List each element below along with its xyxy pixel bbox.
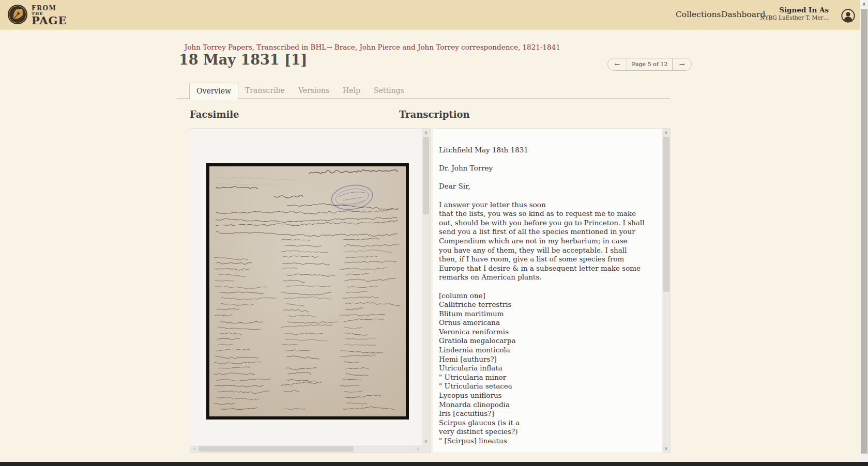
tab-bar: Overview Transcribe Versions Help Settin… [189, 83, 411, 100]
tab-overview[interactable]: Overview [189, 83, 238, 100]
facsimile-viewer: ∧ ∨ ‹ › [190, 128, 431, 453]
avatar-icon[interactable] [841, 9, 855, 23]
transcription-viewer: Litchfield May 18th 1831 Dr. John Torrey… [433, 128, 671, 453]
facsimile-image [206, 163, 409, 420]
logo-wordmark: FROM THE PAGE [32, 6, 67, 26]
window-bottom-edge [0, 462, 868, 466]
facsimile-hscroll-thumb[interactable] [199, 446, 354, 452]
tab-help[interactable]: Help [336, 83, 367, 100]
pen-nib-logo-icon [7, 4, 28, 27]
facsimile-vscroll-thumb[interactable] [423, 137, 429, 214]
transcription-heading: Transcription [399, 109, 470, 120]
tab-transcribe[interactable]: Transcribe [238, 83, 292, 100]
tab-versions[interactable]: Versions [292, 83, 336, 100]
tab-settings[interactable]: Settings [367, 83, 411, 100]
signed-in-as-label: Signed In As [760, 6, 829, 14]
scroll-up-icon[interactable]: ∧ [422, 130, 430, 136]
nav-collections-link[interactable]: Collections [676, 10, 721, 19]
scroll-up-icon[interactable]: ∧ [662, 130, 670, 136]
account-name: NYBG LuEsther T. Mer… [760, 14, 829, 21]
site-header: FROM THE PAGE Collections Dashboard Sign… [0, 0, 860, 29]
logo-word-page: PAGE [32, 15, 67, 26]
transcription-vscroll-thumb[interactable] [663, 137, 669, 292]
previous-page-button[interactable]: ← [608, 58, 627, 70]
fromthepage-overview-page: { "header": { "logo": { "line1": "FROM",… [0, 0, 868, 466]
facsimile-horizontal-scrollbar[interactable]: ‹ › [190, 445, 422, 453]
facsimile-vertical-scrollbar[interactable]: ∧ ∨ [422, 129, 430, 445]
breadcrumb-work-link[interactable]: Brace, John Pierce and John Torrey corre… [332, 43, 560, 51]
scroll-left-icon[interactable]: ‹ [191, 446, 197, 452]
page-indicator: Page 5 of 12 [627, 58, 673, 70]
nav-dashboard-link[interactable]: Dashboard [721, 10, 765, 19]
next-page-button[interactable]: → [673, 58, 691, 70]
scroll-down-icon[interactable]: ∨ [662, 445, 670, 452]
scroll-right-icon[interactable]: › [415, 446, 421, 452]
window-scroll-up-icon[interactable]: ∧ [860, 1, 868, 8]
transcription-vertical-scrollbar[interactable]: ∧ ∨ [662, 129, 670, 453]
breadcrumb-separator: → [326, 43, 332, 51]
site-logo[interactable]: FROM THE PAGE [7, 4, 67, 27]
logo-word-from: FROM [32, 6, 67, 11]
page-title: 18 May 1831 [1] [179, 52, 307, 68]
page-navigation: ← Page 5 of 12 → [607, 58, 692, 71]
breadcrumb: John Torrey Papers, Transcribed in BHL→ … [185, 43, 560, 51]
scrollbar-corner [422, 445, 430, 453]
window-scroll-thumb[interactable] [861, 9, 867, 454]
window-scrollbar[interactable]: ∧ [860, 0, 868, 466]
facsimile-heading: Facsimile [190, 109, 239, 120]
scroll-down-icon[interactable]: ∨ [422, 438, 430, 444]
account-menu[interactable]: Signed In As NYBG LuEsther T. Mer… [760, 6, 829, 21]
breadcrumb-collection-link[interactable]: John Torrey Papers, Transcribed in BHL [185, 43, 326, 51]
transcription-text: Litchfield May 18th 1831 Dr. John Torrey… [433, 129, 662, 453]
